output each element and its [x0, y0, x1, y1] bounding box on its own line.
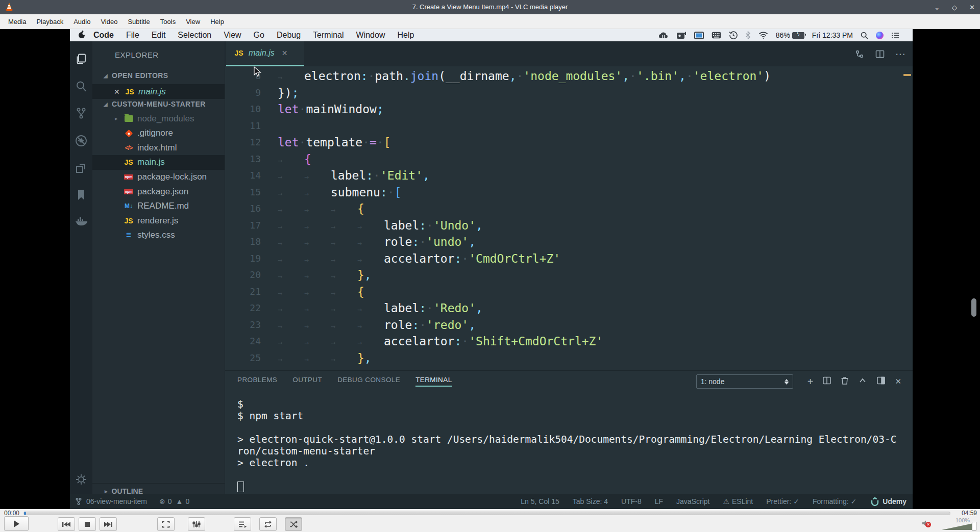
source-control-icon[interactable]	[75, 107, 88, 120]
panel-tab-terminal[interactable]: TERMINAL	[415, 376, 452, 387]
tree-item-renderer.js[interactable]: JSrenderer.js	[92, 213, 225, 228]
wifi-icon[interactable]	[758, 32, 768, 39]
volume-slider[interactable]	[942, 523, 975, 530]
stop-button[interactable]	[79, 517, 96, 531]
debug-off-icon[interactable]	[75, 134, 88, 147]
mac-menu-edit[interactable]: Edit	[145, 31, 172, 40]
settings-gear-icon[interactable]	[75, 473, 88, 486]
tree-item-node_modules[interactable]: ▸node_modules	[92, 111, 225, 126]
collapse-panel-icon[interactable]	[858, 376, 867, 387]
vlc-menu-subtitle[interactable]: Subtitle	[122, 18, 155, 26]
terminal-select[interactable]: 1: node	[696, 374, 793, 389]
open-editors-header[interactable]: ◢ OPEN EDITORS	[92, 69, 225, 82]
mac-menu-selection[interactable]: Selection	[172, 31, 217, 40]
screen-record-icon[interactable]	[676, 32, 687, 39]
mute-icon[interactable]: ✕	[922, 520, 930, 529]
panel-tab-output[interactable]: OUTPUT	[292, 376, 322, 387]
tree-item-index.html[interactable]: </>index.html	[92, 140, 225, 155]
branch-name[interactable]: 06-view-menu-item	[86, 497, 147, 505]
panel-tab-debug-console[interactable]: DEBUG CONSOLE	[337, 376, 400, 387]
vlc-menu-video[interactable]: Video	[95, 18, 122, 26]
status-eslint[interactable]: ⚠ESLint	[723, 497, 753, 505]
mac-menu-debug[interactable]: Debug	[271, 31, 307, 40]
vlc-menu-view[interactable]: View	[181, 18, 205, 26]
search-icon[interactable]	[75, 80, 88, 93]
open-changes-icon[interactable]	[854, 49, 865, 59]
tab-main-js[interactable]: JS main.js ✕	[226, 41, 304, 66]
scrollbar-thumb[interactable]	[971, 298, 976, 317]
status-lf[interactable]: LF	[655, 497, 663, 505]
playlist-button[interactable]	[234, 517, 251, 531]
status-prettier[interactable]: Prettier: ✓	[766, 497, 799, 505]
mac-menu-terminal[interactable]: Terminal	[307, 31, 350, 40]
notification-center-icon[interactable]	[891, 32, 899, 39]
battery-status[interactable]: 86%ϟ	[776, 31, 804, 39]
keyboard-icon[interactable]	[712, 32, 721, 39]
play-button[interactable]	[4, 516, 29, 531]
bookmark-icon[interactable]	[75, 188, 88, 201]
docker-icon[interactable]	[75, 215, 88, 228]
tree-item-.gitignore[interactable]: .gitignore	[92, 126, 225, 141]
mac-menu-go[interactable]: Go	[248, 31, 271, 40]
cloud-icon[interactable]	[658, 32, 669, 39]
vlc-menu-help[interactable]: Help	[205, 18, 229, 26]
mac-menu-file[interactable]: File	[120, 31, 145, 40]
close-panel-icon[interactable]: ✕	[895, 377, 901, 386]
new-terminal-icon[interactable]: +	[807, 376, 814, 388]
tab-close-icon[interactable]: ✕	[282, 49, 288, 57]
next-button[interactable]	[100, 517, 117, 531]
expand-icon[interactable]: ▸	[115, 115, 122, 122]
tree-item-styles.css[interactable]: ≡styles.css	[92, 228, 225, 243]
status-tab[interactable]: Tab Size: 4	[573, 497, 608, 505]
split-editor-icon[interactable]	[875, 49, 885, 59]
code-editor[interactable]: 8→electron:·path.join(__dirname,·'node_m…	[225, 66, 913, 380]
extensions-icon[interactable]	[75, 161, 88, 174]
open-editor-item[interactable]: ✕JSmain.js	[92, 84, 225, 99]
vlc-menu-media[interactable]: Media	[3, 18, 31, 26]
menu-clock[interactable]: Fri 12:33 PM	[812, 31, 853, 39]
fullscreen-button[interactable]	[157, 517, 175, 531]
vlc-menu-tools[interactable]: Tools	[155, 18, 181, 26]
siri-icon[interactable]	[876, 32, 884, 39]
extended-settings-button[interactable]	[188, 517, 205, 531]
mac-menu-window[interactable]: Window	[350, 31, 391, 40]
kill-terminal-icon[interactable]	[841, 376, 849, 387]
close-editor-icon[interactable]: ✕	[114, 88, 123, 96]
explorer-icon[interactable]	[75, 53, 88, 66]
split-terminal-icon[interactable]	[822, 376, 831, 387]
maximize-icon[interactable]: ◇	[952, 4, 957, 11]
vlc-menu-playback[interactable]: Playback	[31, 18, 68, 26]
mac-menu-view[interactable]: View	[217, 31, 247, 40]
mac-menu-help[interactable]: Help	[391, 31, 420, 40]
seek-bar[interactable]	[23, 512, 950, 515]
loop-button[interactable]	[259, 517, 277, 531]
bluetooth-icon[interactable]	[745, 31, 751, 39]
volume-handle[interactable]	[972, 522, 976, 530]
warning-count[interactable]: ▲0	[176, 497, 190, 505]
display-icon[interactable]	[694, 32, 704, 39]
error-count[interactable]: ⊗0	[159, 497, 172, 505]
tree-item-main.js[interactable]: JSmain.js	[92, 155, 225, 170]
status-formatting[interactable]: Formatting: ✓	[813, 497, 856, 505]
video-area[interactable]: CodeFileEditSelectionViewGoDebugTerminal…	[0, 29, 980, 509]
panel-tab-problems[interactable]: PROBLEMS	[237, 376, 277, 387]
git-branch-icon[interactable]	[75, 497, 82, 505]
minimize-icon[interactable]: ⌄	[934, 4, 940, 11]
tree-item-README.md[interactable]: M↓README.md	[92, 199, 225, 214]
close-icon[interactable]: ✕	[969, 4, 975, 11]
spotlight-icon[interactable]	[861, 32, 868, 39]
status-ln[interactable]: Ln 5, Col 15	[521, 497, 559, 505]
terminal-output[interactable]: $$ npm start> electron-quick-start@1.0.0…	[237, 398, 908, 492]
mac-menu-code[interactable]: Code	[87, 31, 120, 40]
status-utf-8[interactable]: UTF-8	[621, 497, 642, 505]
random-button[interactable]	[285, 517, 302, 531]
project-folder-header[interactable]: ◢ CUSTOM-MENU-STARTER	[92, 97, 225, 111]
time-machine-icon[interactable]	[729, 31, 738, 39]
status-javascript[interactable]: JavaScript	[676, 497, 709, 505]
previous-button[interactable]	[58, 517, 75, 531]
tree-item-package-lock.json[interactable]: npmpackage-lock.json	[92, 169, 225, 184]
vlc-menu-audio[interactable]: Audio	[68, 18, 95, 26]
apple-menu-icon[interactable]	[70, 30, 87, 41]
maximize-panel-icon[interactable]	[876, 376, 886, 387]
more-actions-icon[interactable]: ⋯	[895, 52, 905, 57]
